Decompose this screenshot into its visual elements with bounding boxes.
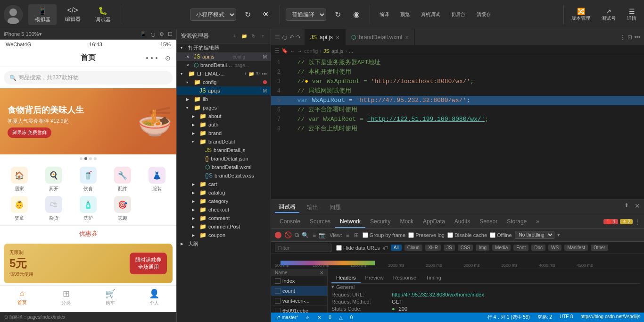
config-folder[interactable]: ▾ 📁 config <box>177 78 271 86</box>
tab-brandwxml[interactable]: ⬡ brandDetail.wxml ✕ <box>346 29 415 45</box>
add-folder-btn[interactable]: 📁 <box>248 71 254 76</box>
filter-font[interactable]: Font <box>513 245 528 251</box>
branddetailwxml-file[interactable]: ⬡ brandDetail.wxml <box>177 163 271 171</box>
devtools-menu-btn[interactable]: ⋮ <box>635 219 640 225</box>
simulator-btn[interactable]: 📱 模拟器 <box>28 4 57 25</box>
refresh-btn[interactable]: ↻ <box>240 7 255 22</box>
more-editor-icon[interactable]: ••• <box>634 34 640 41</box>
phone-search[interactable]: 🔍 商品搜索，共237款好物 <box>4 71 173 85</box>
new-file-btn[interactable]: + <box>231 33 239 40</box>
apijs-file[interactable]: JS api.js M <box>177 86 271 95</box>
refresh-tree-btn[interactable]: ↻ <box>250 33 257 40</box>
hide-data-urls-check[interactable] <box>336 245 342 251</box>
test-btn[interactable]: ↗ 测试号 <box>598 6 619 24</box>
icon-yingertong[interactable]: 👶 婴童 <box>4 196 34 221</box>
expand-devtools-btn[interactable]: ⬆ <box>624 202 629 209</box>
close-brandwxml-tab[interactable]: ✕ <box>405 35 409 40</box>
headers-tab-response[interactable]: Response <box>388 273 421 283</box>
close-apijs-tab[interactable]: ✕ <box>336 35 339 40</box>
open-file-brandwxml[interactable]: ✕ ⬡ brandDetail.wxml page... <box>177 61 271 69</box>
filter-css[interactable]: CSS <box>458 245 473 251</box>
headers-tab-headers[interactable]: Headers <box>331 273 361 283</box>
refresh-folder-btn[interactable]: ↻ <box>256 71 260 76</box>
mode-select[interactable]: 小程序模式 <box>190 8 236 21</box>
audits-tab[interactable]: Audits <box>450 215 475 228</box>
output-tab[interactable]: 输出 <box>303 203 322 212</box>
backend-btn[interactable]: 切后台 <box>447 9 469 20</box>
eye-btn[interactable]: ◉ <box>349 7 364 22</box>
mock-tab[interactable]: Mock <box>395 215 418 228</box>
request-index[interactable]: index <box>271 276 327 286</box>
clear-btn[interactable]: 🚫 <box>284 231 292 238</box>
sensor-tab[interactable]: Sensor <box>475 215 502 228</box>
request-vant[interactable]: vant-icon-... <box>271 296 327 306</box>
about-folder[interactable]: ▶ 📁 about <box>177 112 271 120</box>
version-btn[interactable]: 🔀 版本管理 <box>568 6 594 24</box>
search-network-icon[interactable]: 🔍 <box>302 232 309 238</box>
cart-folder[interactable]: ▶ 📁 cart <box>177 180 271 188</box>
debugger-tab[interactable]: 调试器 <box>275 202 299 213</box>
screenshot-icon[interactable]: 📷 <box>318 231 327 239</box>
catalog-folder[interactable]: ▶ 📁 catalog <box>177 188 271 197</box>
category-folder[interactable]: ▶ 📁 category <box>177 197 271 205</box>
storage-tab[interactable]: Storage <box>502 215 531 228</box>
icon-zahuo[interactable]: 🛍 杂货 <box>38 196 69 221</box>
more-folder-btn[interactable]: ••• <box>262 71 267 76</box>
filter-img[interactable]: Img <box>476 245 489 251</box>
collapse-tree-btn[interactable]: ≡ <box>259 33 267 40</box>
pages-folder[interactable]: ▾ 📁 pages <box>177 103 271 112</box>
compile-btn[interactable]: ↻ <box>330 7 345 22</box>
close-detail-icon[interactable]: ✕ <box>320 270 323 275</box>
headers-tab-timing[interactable]: Timing <box>421 273 446 283</box>
banner-btn[interactable]: 鲜果冻·免费尝鲜 <box>8 127 51 138</box>
filter-cloud[interactable]: Cloud <box>405 245 422 251</box>
appdata-tab[interactable]: AppData <box>418 215 450 228</box>
record-btn[interactable] <box>275 232 281 238</box>
list-view-icon[interactable]: ≡ <box>312 231 317 239</box>
nav-home[interactable]: ⌂ 首页 <box>0 288 44 306</box>
filter-manifest[interactable]: Manifest <box>564 245 588 251</box>
sources-tab[interactable]: Sources <box>305 215 335 228</box>
open-editors-toggle[interactable]: ▾ 打开的编辑器 <box>177 43 271 52</box>
icon-xihu[interactable]: 🧴 洗护 <box>73 196 103 221</box>
filter-all[interactable]: All <box>391 245 402 251</box>
console-tab[interactable]: Console <box>275 215 305 228</box>
editor-content[interactable]: 1 // 以下是业务服务器API地址 2 // 本机开发时使用 3 //● va… <box>271 56 644 199</box>
close-devtools-btn[interactable]: ✕ <box>635 202 640 210</box>
comment-folder[interactable]: ▶ 📁 comment <box>177 214 271 222</box>
outline-section[interactable]: ▶ 大纲 <box>177 239 271 248</box>
project-folder[interactable]: ▾ 📁 LITEMAL-... + 📁 ↻ ••• <box>177 69 271 78</box>
brand-folder[interactable]: ▶ 📁 brand <box>177 129 271 137</box>
lib-folder[interactable]: ▶ 📁 lib <box>177 95 271 103</box>
icon-zhiqu[interactable]: 🎯 志趣 <box>107 196 138 221</box>
add-file-btn[interactable]: + <box>244 71 247 76</box>
branddetail-folder[interactable]: ▾ 📁 brandDetail <box>177 137 271 146</box>
edit-btn[interactable]: 编译 <box>376 9 393 20</box>
tab-apijs[interactable]: JS api.js ✕ <box>305 29 346 45</box>
more-tabs-btn[interactable]: » <box>531 215 544 228</box>
filter-other[interactable]: Other <box>591 245 608 251</box>
filter-xhr[interactable]: XHR <box>425 245 441 251</box>
filter-media[interactable]: Media <box>492 245 511 251</box>
filter-input[interactable] <box>275 244 331 252</box>
preview-btn[interactable]: 预览 <box>396 9 413 20</box>
problem-tab[interactable]: 问题 <box>326 203 345 212</box>
group-by-frame-check[interactable] <box>363 232 368 238</box>
icon-fuzhuang[interactable]: 👗 服装 <box>142 167 173 192</box>
new-folder-btn[interactable]: 📁 <box>240 33 248 40</box>
disable-cache-check[interactable] <box>447 232 453 238</box>
branddetailwxss-file[interactable]: {}S brandDetail.wxss <box>177 171 271 180</box>
filter-js[interactable]: JS <box>444 245 455 251</box>
nav-category[interactable]: ⊞ 分类 <box>44 288 89 306</box>
compile-select[interactable]: 普通编译 <box>286 8 326 21</box>
nav-profile[interactable]: 👤 个人 <box>132 288 177 306</box>
icon-yinshi[interactable]: 🥤 饮食 <box>73 167 103 192</box>
view-grid-icon[interactable]: ⊞ <box>353 231 360 239</box>
security-tab[interactable]: Security <box>365 215 395 228</box>
preview-icon-btn[interactable]: 👁 <box>259 7 274 22</box>
auth-folder[interactable]: ▶ 📁 auth <box>177 120 271 129</box>
icon-chukai[interactable]: 🍳 厨开 <box>38 167 69 192</box>
phone-coupon-card[interactable]: 无限制 5元 满99元使用 限时满减券 全场通用 <box>4 244 173 283</box>
editor-btn[interactable]: </> 编辑器 <box>58 4 87 25</box>
throttle-down-icon[interactable]: ▾ <box>557 232 560 238</box>
